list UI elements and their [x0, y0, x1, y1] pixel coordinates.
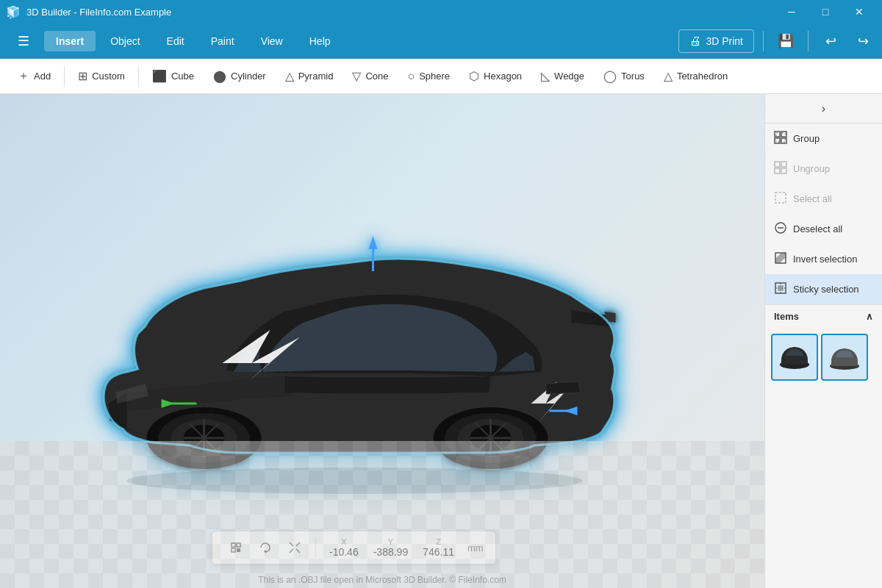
item-thumb-1[interactable] [771, 334, 818, 381]
menubar-right: 🖨 3D Print 💾 ↩ ↪ [678, 28, 876, 54]
items-grid [765, 328, 882, 387]
custom-icon: ⊞ [78, 69, 87, 83]
hexagon-icon: ⬡ [469, 69, 479, 83]
close-button[interactable]: ✕ [842, 0, 876, 24]
svg-rect-27 [232, 548, 235, 552]
pyramid-icon: △ [285, 69, 294, 83]
ungroup-icon [774, 161, 787, 176]
select-all-action[interactable]: Select all [765, 184, 882, 214]
cone-icon: ▽ [352, 69, 361, 83]
toolbar-tetrahedron[interactable]: △ Tetrahedron [655, 65, 736, 87]
menu-edit[interactable]: Edit [155, 31, 196, 51]
titlebar-left: 🧊 3D Builder - FileInfo.com Example [6, 5, 171, 19]
deselect-all-action[interactable]: Deselect all [765, 214, 882, 244]
print-label: 3D Print [706, 35, 743, 47]
wedge-icon: ◺ [541, 69, 550, 83]
titlebar: 🧊 3D Builder - FileInfo.com Example ─ □ … [0, 0, 882, 24]
main-area: X -10.46 Y -388.99 Z 746.11 mm This is a… [0, 94, 882, 588]
x-coord: X -10.46 [329, 537, 359, 558]
items-collapse-icon[interactable]: ∧ [866, 311, 873, 322]
invert-selection-label: Invert selection [793, 254, 857, 265]
deselect-all-label: Deselect all [793, 223, 842, 234]
group-icon [774, 131, 787, 146]
items-label: Items [774, 311, 799, 322]
sphere-icon: ○ [407, 70, 415, 83]
sticky-selection-label: Sticky selection [793, 284, 859, 295]
menu-help[interactable]: Help [298, 31, 343, 51]
toolbar-cone[interactable]: ▽ Cone [343, 65, 397, 87]
svg-line-31 [296, 542, 300, 546]
items-header: Items ∧ [765, 304, 882, 328]
toolbar-pyramid[interactable]: △ Pyramid [276, 65, 343, 87]
sticky-selection-action[interactable]: Sticky selection [765, 274, 882, 304]
svg-line-30 [290, 542, 293, 546]
y-coord: Y -388.99 [373, 537, 408, 558]
undo-button[interactable]: ↩ [817, 28, 844, 54]
menu-paint[interactable]: Paint [199, 31, 246, 51]
group-action[interactable]: Group [765, 123, 882, 154]
tetrahedron-icon: △ [664, 69, 673, 83]
toolbar-cylinder[interactable]: ⬤ Cylinder [204, 65, 275, 87]
transform-icon[interactable] [224, 536, 248, 559]
separator2 [808, 31, 808, 51]
toolbar-wedge[interactable]: ◺ Wedge [532, 65, 593, 87]
separator [763, 31, 764, 51]
svg-rect-28 [237, 548, 240, 552]
ungroup-label: Ungroup [793, 163, 830, 174]
svg-rect-39 [775, 162, 780, 167]
panel-collapse-button[interactable]: › [765, 94, 882, 123]
svg-point-0 [127, 467, 583, 494]
menu-object[interactable]: Object [98, 31, 151, 51]
svg-rect-34 [775, 132, 780, 137]
save-button[interactable]: 💾 [772, 28, 799, 54]
toolbar-cube[interactable]: ⬛ Cube [143, 65, 203, 87]
toolbar-sep2 [138, 66, 139, 87]
z-coord: Z 746.11 [423, 537, 454, 558]
svg-rect-41 [775, 168, 780, 173]
print-icon: 🖨 [689, 35, 701, 48]
toolbar: ＋ Add ⊞ Custom ⬛ Cube ⬤ Cylinder △ Pyram… [0, 59, 882, 94]
car-model[interactable] [79, 187, 631, 495]
app-icon: 🧊 [6, 5, 21, 19]
toolbar-sep1 [64, 66, 65, 87]
svg-rect-36 [775, 138, 780, 143]
deselect-all-icon [774, 221, 787, 237]
svg-line-33 [296, 549, 300, 553]
coordinate-bar: X -10.46 Y -388.99 Z 746.11 mm [212, 531, 496, 564]
unit-label: mm [467, 542, 484, 553]
maximize-button[interactable]: □ [808, 0, 842, 24]
minimize-button[interactable]: ─ [775, 0, 808, 24]
print-button[interactable]: 🖨 3D Print [678, 29, 754, 53]
svg-marker-20 [369, 236, 378, 249]
toolbar-hexagon[interactable]: ⬡ Hexagon [460, 65, 531, 87]
svg-rect-37 [781, 138, 786, 143]
toolbar-custom[interactable]: ⊞ Custom [69, 65, 134, 87]
svg-rect-42 [781, 168, 786, 173]
menu-view[interactable]: View [249, 31, 295, 51]
group-label: Group [793, 133, 820, 144]
right-panel: › Group [764, 94, 882, 588]
titlebar-controls: ─ □ ✕ [775, 0, 876, 24]
hamburger-menu[interactable]: ☰ [6, 29, 41, 54]
torus-icon: ◯ [603, 69, 617, 83]
select-all-icon [774, 191, 787, 207]
toolbar-add[interactable]: ＋ Add [9, 64, 60, 88]
svg-rect-38 [776, 133, 785, 142]
svg-rect-25 [232, 543, 235, 547]
item-thumb-2[interactable] [821, 334, 868, 381]
redo-button[interactable]: ↪ [850, 28, 876, 54]
svg-rect-35 [781, 132, 786, 137]
invert-selection-action[interactable]: Invert selection [765, 244, 882, 274]
invert-selection-icon [774, 251, 787, 267]
rotate-icon[interactable] [254, 536, 277, 559]
viewport[interactable]: X -10.46 Y -388.99 Z 746.11 mm This is a… [0, 94, 764, 588]
ungroup-action[interactable]: Ungroup [765, 154, 882, 184]
scale-icon[interactable] [283, 536, 306, 559]
cube-icon: ⬛ [152, 69, 167, 83]
toolbar-torus[interactable]: ◯ Torus [595, 65, 653, 87]
menubar: ☰ Insert Object Edit Paint View Help 🖨 3… [0, 24, 882, 59]
menu-insert[interactable]: Insert [44, 31, 96, 51]
toolbar-sphere[interactable]: ○ Sphere [398, 65, 459, 87]
coord-sep [315, 537, 316, 558]
statusbar: This is an .OBJ file open in Microsoft 3… [0, 575, 764, 585]
